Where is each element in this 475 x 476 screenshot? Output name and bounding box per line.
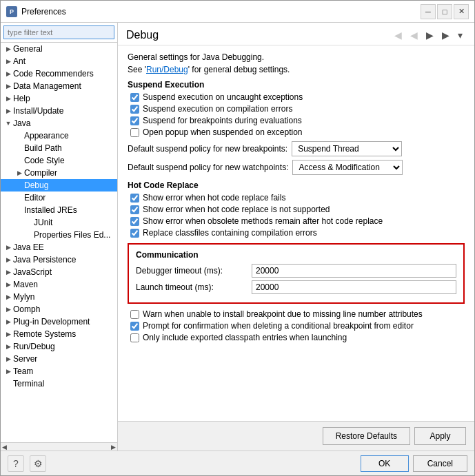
sidebar-item-properties-files[interactable]: Properties Files Ed... bbox=[1, 229, 117, 241]
toggle-server: ▶ bbox=[3, 354, 13, 364]
sidebar-item-data-management[interactable]: ▶ Data Management bbox=[1, 80, 117, 92]
nav-back2-button[interactable]: ◀ bbox=[407, 28, 421, 42]
maximize-button[interactable]: □ bbox=[437, 4, 452, 19]
chk-compilation[interactable] bbox=[130, 105, 139, 114]
sidebar-horizontal-scroll[interactable]: ◀ ▶ bbox=[1, 442, 117, 451]
label-run-debug: Run/Debug bbox=[13, 342, 55, 351]
label-editor: Editor bbox=[24, 193, 46, 203]
sidebar-item-mylyn[interactable]: ▶ Mylyn bbox=[1, 291, 117, 303]
chk-classpath-label: Only include exported classpath entries … bbox=[143, 333, 347, 342]
sidebar-item-remote-systems[interactable]: ▶ Remote Systems bbox=[1, 328, 117, 340]
toggle-maven: ▶ bbox=[3, 280, 13, 289]
sidebar-item-server[interactable]: ▶ Server bbox=[1, 353, 117, 365]
window-title: Preferences bbox=[21, 7, 66, 17]
debugger-timeout-row: Debugger timeout (ms): bbox=[136, 264, 456, 278]
label-properties-files: Properties Files Ed... bbox=[34, 230, 110, 240]
nav-dropdown-button[interactable]: ▾ bbox=[454, 28, 466, 42]
sidebar-item-java[interactable]: ▼ Java bbox=[1, 117, 117, 130]
chk-uncaught-label: Suspend execution on uncaught exceptions bbox=[143, 92, 303, 102]
sidebar-item-javascript[interactable]: ▶ JavaScript bbox=[1, 266, 117, 278]
debugger-timeout-input[interactable] bbox=[252, 264, 456, 278]
close-button[interactable]: ✕ bbox=[454, 4, 469, 19]
label-ant: Ant bbox=[13, 56, 26, 66]
sidebar-item-help[interactable]: ▶ Help bbox=[1, 92, 117, 105]
chk-hot2-label: Show error when hot code replace is not … bbox=[143, 205, 330, 214]
toggle-mylyn: ▶ bbox=[3, 292, 13, 302]
nav-buttons: ◀ ◀ ▶ ▶ ▾ bbox=[391, 28, 466, 42]
label-team: Team bbox=[13, 366, 33, 376]
sidebar-item-installed-jres[interactable]: Installed JREs bbox=[1, 204, 117, 216]
desc2: See 'Run/Debug' for general debug settin… bbox=[128, 65, 465, 74]
ok-button[interactable]: OK bbox=[361, 455, 409, 472]
chk-hot3[interactable] bbox=[130, 217, 139, 226]
sidebar-item-terminal[interactable]: Terminal bbox=[1, 377, 117, 390]
scroll-left-icon[interactable]: ◀ bbox=[2, 444, 7, 451]
chk-prompt[interactable] bbox=[130, 322, 139, 331]
label-junit: JUnit bbox=[34, 218, 52, 227]
chk-hot4[interactable] bbox=[130, 229, 139, 238]
apply-button[interactable]: Apply bbox=[414, 427, 466, 445]
toggle-javascript: ▶ bbox=[3, 267, 13, 277]
minimize-button[interactable]: ─ bbox=[421, 4, 436, 19]
chk-hot2[interactable] bbox=[130, 205, 139, 214]
sidebar-item-code-style[interactable]: Code Style bbox=[1, 154, 117, 167]
launch-timeout-input[interactable] bbox=[252, 280, 456, 294]
sidebar-item-java-persistence[interactable]: ▶ Java Persistence bbox=[1, 253, 117, 266]
sidebar-item-oomph[interactable]: ▶ Oomph bbox=[1, 303, 117, 315]
scroll-right-icon[interactable]: ▶ bbox=[111, 444, 116, 451]
sidebar-item-code-recommenders[interactable]: ▶ Code Recommenders bbox=[1, 68, 117, 80]
chk-popup[interactable] bbox=[130, 128, 139, 137]
toggle-editor bbox=[14, 193, 24, 203]
label-java-persistence: Java Persistence bbox=[13, 255, 76, 265]
chk-hot1[interactable] bbox=[130, 194, 139, 203]
filter-input[interactable] bbox=[3, 25, 114, 39]
settings-icon-button[interactable]: ⚙ bbox=[30, 455, 46, 472]
chk-row-prompt: Prompt for confirmation when deleting a … bbox=[128, 321, 465, 331]
sidebar-item-appearance[interactable]: Appearance bbox=[1, 130, 117, 142]
sidebar-item-install-update[interactable]: ▶ Install/Update bbox=[1, 105, 117, 117]
tree-area: ▶ General ▶ Ant ▶ Code Recommenders ▶ Da… bbox=[1, 43, 117, 442]
label-debug: Debug bbox=[24, 180, 48, 190]
toggle-general: ▶ bbox=[3, 44, 13, 54]
sidebar-item-editor[interactable]: Editor bbox=[1, 192, 117, 204]
label-plugin-development: Plug-in Development bbox=[13, 317, 90, 327]
chk-warn[interactable] bbox=[130, 310, 139, 319]
cancel-button[interactable]: Cancel bbox=[413, 455, 467, 472]
sidebar-item-debug[interactable]: Debug bbox=[1, 179, 117, 192]
chk-breakpoints[interactable] bbox=[130, 116, 139, 125]
sidebar-item-plugin-development[interactable]: ▶ Plug-in Development bbox=[1, 315, 117, 328]
nav-forward-button[interactable]: ▶ bbox=[423, 28, 437, 42]
sidebar-item-ant[interactable]: ▶ Ant bbox=[1, 55, 117, 68]
chk-classpath[interactable] bbox=[130, 333, 139, 342]
chk-row-breakpoints: Suspend for breakpoints during evaluatio… bbox=[128, 116, 465, 125]
suspend-policy-breakpoints-select[interactable]: Suspend Thread Suspend VM bbox=[292, 141, 402, 156]
sidebar-item-build-path[interactable]: Build Path bbox=[1, 142, 117, 154]
toggle-remote-systems: ▶ bbox=[3, 329, 13, 339]
help-icon-button[interactable]: ? bbox=[8, 455, 24, 472]
sidebar-item-team[interactable]: ▶ Team bbox=[1, 365, 117, 377]
label-data-management: Data Management bbox=[13, 81, 81, 91]
sidebar-item-general[interactable]: ▶ General bbox=[1, 43, 117, 55]
chk-hot1-label: Show error when hot code replace fails bbox=[143, 193, 285, 203]
restore-defaults-button[interactable]: Restore Defaults bbox=[323, 427, 410, 445]
suspend-policy-watchpoints-select[interactable]: Access & Modification Access Modificatio… bbox=[292, 160, 403, 175]
sidebar-item-compiler[interactable]: ▶ Compiler bbox=[1, 167, 117, 179]
nav-forward2-button[interactable]: ▶ bbox=[438, 28, 453, 42]
hot-code-replace-title: Hot Code Replace bbox=[128, 180, 465, 190]
bottom-checkboxes: Warn when unable to install breakpoint d… bbox=[128, 309, 465, 342]
debugger-timeout-label: Debugger timeout (ms): bbox=[136, 266, 246, 276]
sidebar-item-run-debug[interactable]: ▶ Run/Debug bbox=[1, 340, 117, 353]
sidebar-item-junit[interactable]: JUnit bbox=[1, 216, 117, 229]
run-debug-link[interactable]: Run/Debug bbox=[146, 65, 188, 74]
chk-uncaught[interactable] bbox=[130, 93, 139, 102]
chk-prompt-label: Prompt for confirmation when deleting a … bbox=[143, 321, 414, 331]
nav-back-button[interactable]: ◀ bbox=[391, 28, 405, 42]
label-build-path: Build Path bbox=[24, 143, 62, 153]
toggle-data-management: ▶ bbox=[3, 81, 13, 91]
sidebar-item-maven[interactable]: ▶ Maven bbox=[1, 278, 117, 291]
sidebar-item-java-ee[interactable]: ▶ Java EE bbox=[1, 241, 117, 253]
toggle-java-ee: ▶ bbox=[3, 242, 13, 252]
toggle-team: ▶ bbox=[3, 366, 13, 376]
toggle-compiler: ▶ bbox=[14, 168, 24, 178]
toggle-java: ▼ bbox=[3, 118, 13, 128]
